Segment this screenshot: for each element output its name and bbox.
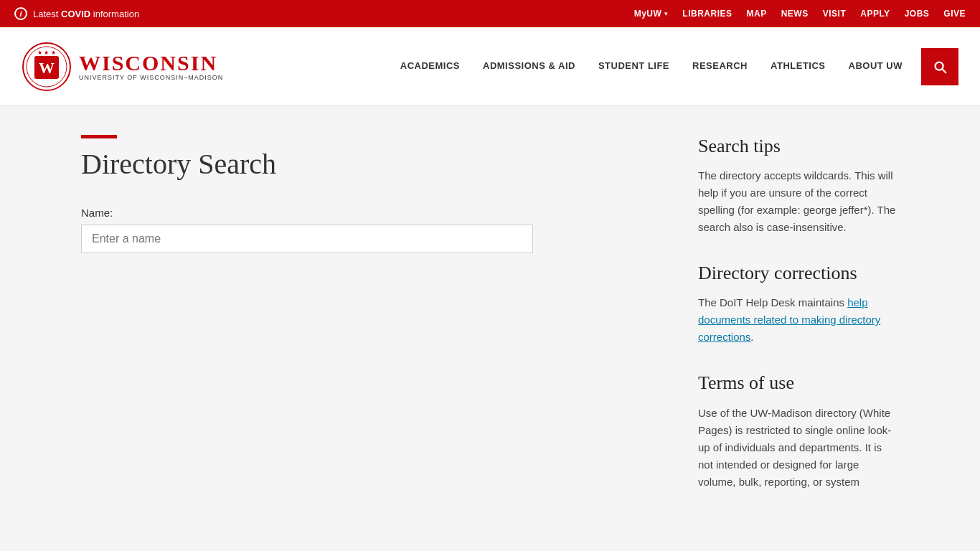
name-input[interactable] bbox=[81, 225, 533, 253]
sidebar: Search tips The directory accepts wildca… bbox=[698, 135, 899, 517]
search-section: Directory Search Name: bbox=[81, 135, 655, 517]
corrections-text-before: The DoIT Help Desk maintains bbox=[698, 296, 847, 309]
visit-link[interactable]: VISIT bbox=[823, 9, 847, 19]
top-bar: i Latest COVID information MyUW ▾ LIBRAR… bbox=[0, 0, 980, 27]
red-accent-bar bbox=[81, 135, 117, 138]
nav-about-uw[interactable]: ABOUT UW bbox=[837, 27, 915, 105]
terms-heading: Terms of use bbox=[698, 372, 899, 394]
give-link[interactable]: GIVE bbox=[943, 9, 966, 19]
nav-athletics[interactable]: ATHLETICS bbox=[759, 27, 837, 105]
svg-text:★ ★ ★: ★ ★ ★ bbox=[37, 50, 55, 56]
main-navigation: W ★ ★ ★ WISCONSIN UNIVERSITY OF WISCONSI… bbox=[0, 27, 980, 106]
terms-text: Use of the UW-Madison directory (White P… bbox=[698, 405, 899, 491]
news-link[interactable]: NEWS bbox=[781, 9, 809, 19]
page-title: Directory Search bbox=[81, 147, 655, 181]
university-subtitle: UNIVERSITY OF WISCONSIN–MADISON bbox=[79, 74, 223, 81]
wisconsin-wordmark: WISCONSIN bbox=[79, 52, 223, 74]
search-icon bbox=[932, 59, 948, 75]
nav-academics[interactable]: ACADEMICS bbox=[389, 27, 471, 105]
nav-student-life[interactable]: STUDENT LIFE bbox=[587, 27, 681, 105]
search-tips-text: The directory accepts wildcards. This wi… bbox=[698, 167, 899, 236]
nav-research[interactable]: RESEARCH bbox=[681, 27, 759, 105]
myuw-nav-item[interactable]: MyUW ▾ bbox=[634, 9, 669, 19]
university-logo[interactable]: W ★ ★ ★ WISCONSIN UNIVERSITY OF WISCONSI… bbox=[22, 42, 223, 92]
nav-admissions[interactable]: ADMISSIONS & AID bbox=[471, 27, 587, 105]
svg-text:W: W bbox=[39, 59, 55, 77]
corrections-text-after: . bbox=[750, 331, 753, 343]
name-label: Name: bbox=[81, 207, 655, 219]
apply-link[interactable]: APPLY bbox=[860, 9, 890, 19]
corrections-text: The DoIT Help Desk maintains help docume… bbox=[698, 294, 899, 346]
corrections-heading: Directory corrections bbox=[698, 262, 899, 284]
covid-banner: i Latest COVID information bbox=[14, 7, 139, 20]
university-name-text: WISCONSIN UNIVERSITY OF WISCONSIN–MADISO… bbox=[79, 52, 223, 81]
search-button[interactable] bbox=[921, 48, 958, 85]
chevron-down-icon: ▾ bbox=[664, 10, 668, 17]
info-icon: i bbox=[14, 7, 27, 20]
jobs-link[interactable]: JOBS bbox=[905, 9, 930, 19]
myuw-link[interactable]: MyUW bbox=[634, 9, 662, 19]
search-tips-heading: Search tips bbox=[698, 135, 899, 157]
page-content: Directory Search Name: Search tips The d… bbox=[60, 106, 920, 545]
libraries-link[interactable]: LIBRARIES bbox=[682, 9, 732, 19]
search-tips-section: Search tips The directory accepts wildca… bbox=[698, 135, 899, 236]
terms-of-use-section: Terms of use Use of the UW-Madison direc… bbox=[698, 372, 899, 490]
crest-icon: W ★ ★ ★ bbox=[22, 42, 72, 92]
utility-nav: MyUW ▾ LIBRARIES MAP NEWS VISIT APPLY JO… bbox=[634, 9, 966, 19]
directory-corrections-section: Directory corrections The DoIT Help Desk… bbox=[698, 262, 899, 346]
covid-link[interactable]: Latest COVID information bbox=[33, 9, 139, 19]
primary-nav-links: ACADEMICS ADMISSIONS & AID STUDENT LIFE … bbox=[389, 27, 914, 105]
map-link[interactable]: MAP bbox=[747, 9, 767, 19]
